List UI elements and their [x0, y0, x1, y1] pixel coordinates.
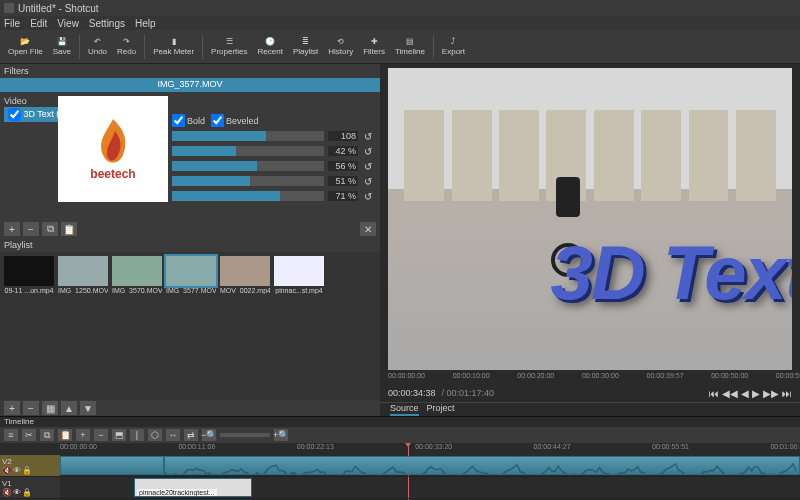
- tl-copy-button[interactable]: ⧉: [40, 429, 54, 441]
- mute-icon[interactable]: 🔇: [2, 488, 12, 497]
- filter-reset-3-button[interactable]: ↺: [362, 175, 374, 187]
- lock-icon[interactable]: 🔒: [22, 488, 32, 497]
- toolbar-export-button[interactable]: ⤴Export: [440, 37, 467, 56]
- tl-append-button[interactable]: +: [76, 429, 90, 441]
- filter-slider-2[interactable]: [172, 161, 324, 171]
- play-back-button[interactable]: ◀: [741, 388, 749, 399]
- track-row-V2[interactable]: [60, 455, 800, 477]
- overlay-logo: beetech: [58, 96, 168, 202]
- toolbar-recent-button[interactable]: 🕑Recent: [256, 37, 285, 56]
- tl-menu-button[interactable]: ≡: [4, 429, 18, 441]
- playlist-thumb: [58, 256, 108, 286]
- toolbar-undo-button[interactable]: ↶Undo: [86, 37, 109, 56]
- tl-zoom-in-button[interactable]: +🔍: [274, 429, 288, 441]
- preview-scene: 3D Text: [388, 68, 792, 370]
- clip-1-0[interactable]: pinnacle20trackingtest...: [134, 478, 252, 497]
- filter-value-2[interactable]: 56 %: [328, 161, 358, 171]
- clip-0-0[interactable]: [60, 456, 164, 475]
- toolbar-filters-button[interactable]: ✚Filters: [361, 37, 387, 56]
- menu-edit[interactable]: Edit: [30, 18, 47, 29]
- timeline-ruler[interactable]: 00:00:00:0000:00:11:0600:00:22:1300:00:3…: [60, 443, 800, 455]
- frame-back-button[interactable]: ◀◀: [722, 388, 738, 399]
- lock-icon[interactable]: 🔒: [22, 466, 32, 475]
- timecode-current[interactable]: 00:00:34:38: [388, 388, 436, 398]
- filter-value-1[interactable]: 42 %: [328, 146, 358, 156]
- filter-slider-3[interactable]: [172, 176, 324, 186]
- hide-icon[interactable]: 👁: [13, 488, 21, 497]
- tl-zoom-slider[interactable]: [220, 433, 270, 437]
- track-head-V2[interactable]: V2🔇👁🔒: [0, 455, 60, 477]
- filter-slider-1[interactable]: [172, 146, 324, 156]
- toolbar-save-button[interactable]: 💾Save: [51, 37, 73, 56]
- toolbar-timeline-button[interactable]: ▤Timeline: [393, 37, 427, 56]
- export-icon: ⤴: [451, 37, 455, 46]
- tl-snap-button[interactable]: ⬡: [148, 429, 162, 441]
- tl-scrub-button[interactable]: ↔: [166, 429, 180, 441]
- toolbar-history-button[interactable]: ⟲History: [326, 37, 355, 56]
- playlist-up-button[interactable]: ▲: [61, 401, 77, 415]
- clip-0-1[interactable]: [164, 456, 800, 475]
- toolbar-open-button[interactable]: 📂Open File: [6, 37, 45, 56]
- filter-properties: Bold Beveled 108↺42 %↺56 %↺51 %↺71 %↺: [172, 114, 374, 205]
- filter-value-0[interactable]: 108: [328, 131, 358, 141]
- menu-settings[interactable]: Settings: [89, 18, 125, 29]
- filter-reset-1-button[interactable]: ↺: [362, 145, 374, 157]
- menu-file[interactable]: File: [4, 18, 20, 29]
- tl-zoom-out-button[interactable]: −🔍: [202, 429, 216, 441]
- beveled-checkbox[interactable]: Beveled: [211, 114, 259, 127]
- menu-view[interactable]: View: [57, 18, 79, 29]
- tab-project[interactable]: Project: [427, 403, 455, 416]
- preview-ruler[interactable]: 00:00:00:0000:00:10:0000:00:20:0000:00:3…: [388, 372, 792, 384]
- preview-viewport[interactable]: 3D Text: [388, 68, 792, 370]
- skip-start-button[interactable]: ⏮: [709, 388, 719, 399]
- track-head-V1[interactable]: V1🔇👁🔒: [0, 477, 60, 499]
- menu-help[interactable]: Help: [135, 18, 156, 29]
- playlist-thumb: [220, 256, 270, 286]
- playlist-item-1[interactable]: IMG_1250.MOV: [58, 256, 108, 294]
- tl-cut-button[interactable]: ✂: [22, 429, 36, 441]
- hide-icon[interactable]: 👁: [13, 466, 21, 475]
- filter-slider-4[interactable]: [172, 191, 324, 201]
- props-icon: ☰: [226, 37, 233, 46]
- toolbar-props-button[interactable]: ☰Properties: [209, 37, 249, 56]
- playlist-item-2[interactable]: IMG_3570.MOV: [112, 256, 162, 294]
- filter-reset-4-button[interactable]: ↺: [362, 190, 374, 202]
- filter-slider-0[interactable]: [172, 131, 324, 141]
- playlist-item-0[interactable]: 09-11 ...on.mp4: [4, 256, 54, 294]
- frame-fwd-button[interactable]: ▶▶: [763, 388, 779, 399]
- paste-filter-button[interactable]: 📋: [61, 222, 77, 236]
- filter-enable-checkbox[interactable]: [8, 108, 21, 121]
- playlist-item-5[interactable]: pinnac...st.mp4: [274, 256, 324, 294]
- remove-filter-button[interactable]: −: [23, 222, 39, 236]
- tl-split-button[interactable]: |: [130, 429, 144, 441]
- tl-delete-button[interactable]: −: [94, 429, 108, 441]
- add-filter-button[interactable]: +: [4, 222, 20, 236]
- mute-icon[interactable]: 🔇: [2, 466, 12, 475]
- track-row-V1[interactable]: pinnacle20trackingtest...: [60, 477, 800, 499]
- playlist-item-4[interactable]: MOV_0022.mp4: [220, 256, 270, 294]
- tl-overwrite-button[interactable]: ⬒: [112, 429, 126, 441]
- skip-end-button[interactable]: ⏭: [782, 388, 792, 399]
- filters-clip-tab[interactable]: IMG_3577.MOV: [0, 78, 380, 92]
- tl-paste-button[interactable]: 📋: [58, 429, 72, 441]
- play-button[interactable]: ▶: [752, 388, 760, 399]
- close-filter-button[interactable]: ✕: [360, 222, 376, 236]
- playlist-down-button[interactable]: ▼: [80, 401, 96, 415]
- playlist-item-3[interactable]: IMG_3577.MOV: [166, 256, 216, 294]
- toolbar-playlist-button[interactable]: ≣Playlist: [291, 37, 320, 56]
- copy-filter-button[interactable]: ⧉: [42, 222, 58, 236]
- filter-reset-2-button[interactable]: ↺: [362, 160, 374, 172]
- filter-value-3[interactable]: 51 %: [328, 176, 358, 186]
- tl-ripple-button[interactable]: ⇄: [184, 429, 198, 441]
- bold-checkbox[interactable]: Bold: [172, 114, 205, 127]
- undo-icon: ↶: [94, 37, 101, 46]
- playlist-view-button[interactable]: ▦: [42, 401, 58, 415]
- toolbar-peak-button[interactable]: ▮Peak Meter: [151, 37, 196, 56]
- playlist-add-button[interactable]: +: [4, 401, 20, 415]
- filter-value-4[interactable]: 71 %: [328, 191, 358, 201]
- filter-reset-0-button[interactable]: ↺: [362, 130, 374, 142]
- tab-source[interactable]: Source: [390, 403, 419, 416]
- playlist-remove-button[interactable]: −: [23, 401, 39, 415]
- toolbar-redo-button[interactable]: ↷Redo: [115, 37, 138, 56]
- playlist-thumb: [274, 256, 324, 286]
